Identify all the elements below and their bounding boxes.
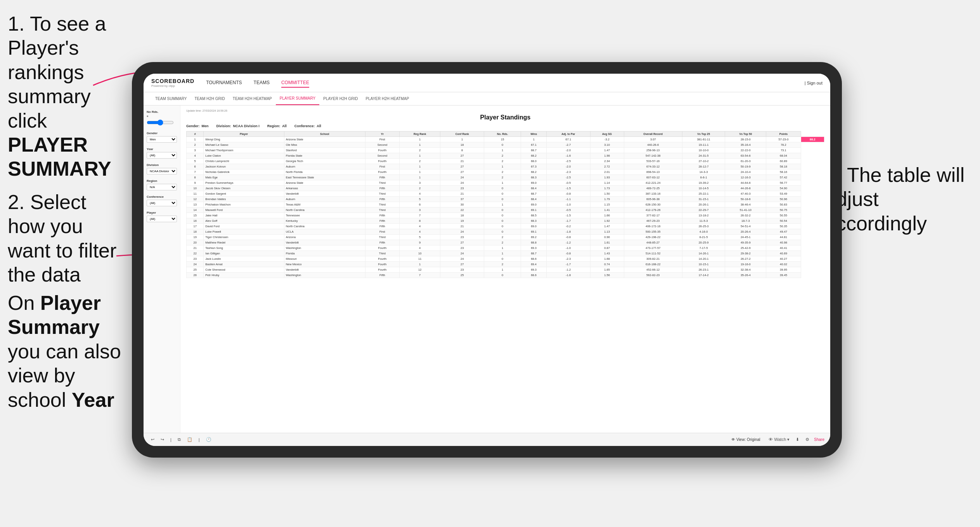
nav-teams[interactable]: TEAMS	[254, 78, 270, 88]
nav-committee[interactable]: COMMITTEE	[281, 78, 309, 88]
table-cell: 69.0	[521, 224, 547, 229]
table-row: 5Christo LamprechtGeorgia TechFourth2212…	[187, 159, 824, 164]
copy-btn[interactable]: ⧉	[176, 436, 182, 443]
table-cell: 68.2	[521, 153, 547, 159]
nav-tournaments[interactable]: TOURNAMENTS	[206, 78, 242, 88]
watch-btn[interactable]: 👁 Watch ▾	[767, 436, 791, 443]
table-cell: Third	[365, 191, 399, 197]
table-cell: 0	[484, 191, 521, 197]
table-cell: 68.4	[521, 197, 547, 202]
table-cell: 57.42	[766, 175, 801, 180]
table-row: 11Gordon SargentVanderbiltThird421068.7-…	[187, 191, 824, 197]
table-cell: Georgia Tech	[284, 159, 365, 164]
table-cell: Nicholas Gabrelcik	[204, 169, 284, 175]
share-btn[interactable]: Share	[814, 437, 824, 442]
paste-btn[interactable]: 📋	[185, 436, 194, 443]
subnav-player-h2h-grid[interactable]: PLAYER H2H GRID	[319, 92, 362, 105]
redo-btn[interactable]: ↪	[159, 436, 166, 443]
table-cell: -1.2	[547, 267, 590, 273]
undo-btn[interactable]: ↩	[149, 436, 156, 443]
table-cell: 2	[484, 262, 521, 267]
subnav-team-summary[interactable]: TEAM SUMMARY	[151, 92, 191, 105]
subnav-player-summary[interactable]: PLAYER SUMMARY	[276, 92, 319, 105]
subnav-player-h2h-heatmap[interactable]: PLAYER H2H HEATMAP	[362, 92, 413, 105]
player-summary-bold: Player Summary	[8, 292, 101, 338]
table-cell: Texas A&M	[284, 202, 365, 207]
table-cell: -3.2	[590, 137, 624, 142]
table-cell: 12	[187, 197, 204, 202]
table-cell: 22-22-0	[725, 148, 766, 153]
table-cell: Tennessee	[284, 213, 365, 218]
region-select[interactable]: N/A	[147, 184, 177, 190]
table-cell: 24	[187, 262, 204, 267]
subnav-team-h2h-grid[interactable]: TEAM H2H GRID	[191, 92, 229, 105]
table-cell: 50.35	[766, 224, 801, 229]
gender-select[interactable]: Men	[147, 136, 177, 143]
separator-2: |	[197, 437, 201, 443]
table-body: 1Wenyi DingArizona StateFirst1115167.1-3…	[187, 137, 824, 278]
nav-links: TOURNAMENTS TEAMS COMMITTEE	[206, 78, 805, 88]
table-cell: 67.1	[521, 142, 547, 148]
table-cell: 412-179-26	[624, 207, 682, 213]
table-row: 20Matthew RiedelVanderbiltFifth927268.8-…	[187, 240, 824, 245]
table-cell: 63-54-6	[725, 153, 766, 159]
settings-btn[interactable]: ⚙	[804, 436, 811, 443]
table-cell: Gordon Sargent	[204, 191, 284, 197]
table-cell: 1.65	[590, 267, 624, 273]
sign-out-link[interactable]: | Sign out	[805, 81, 822, 85]
table-cell: 17-14-2	[682, 273, 725, 278]
table-cell: 40.69	[766, 251, 801, 256]
year-select[interactable]: (All)	[147, 152, 177, 159]
table-filters-row: Gender: Men Division: NCAA Division I Re…	[186, 124, 824, 128]
table-cell: 2.01	[590, 169, 624, 175]
subnav-team-h2h-heatmap[interactable]: TEAM H2H HEATMAP	[229, 92, 276, 105]
main-content: No Rds. ■ Gender Men Year (All)	[144, 105, 830, 433]
col-wins: Wins	[521, 131, 547, 137]
table-cell: Alex Goff	[204, 218, 284, 224]
table-cell: Auburn	[284, 164, 365, 169]
table-cell: 13-18-2	[682, 213, 725, 218]
col-conf-rank: Conf Rank	[440, 131, 484, 137]
table-cell: Jackson Koivun	[204, 164, 284, 169]
table-row: 17David FordNorth CarolinaFifth421069.0-…	[187, 224, 824, 229]
table-cell: 0	[484, 256, 521, 262]
table-cell: 23	[187, 256, 204, 262]
conference-filter-label: Conference:	[294, 124, 315, 128]
table-cell: 1	[484, 180, 521, 186]
table-cell: 9	[399, 240, 440, 245]
table-cell: Fourth	[365, 256, 399, 262]
player-select[interactable]: (All)	[147, 216, 177, 222]
table-cell: 1	[484, 148, 521, 153]
table-cell: 19	[187, 235, 204, 240]
view-label[interactable]: 👁 View: Original	[731, 437, 760, 442]
table-cell: 7	[187, 169, 204, 175]
download-btn[interactable]: ⬇	[794, 436, 801, 443]
no-rds-slider[interactable]	[147, 119, 174, 126]
instruction-2-text: 2. Select how you want to filter the dat…	[8, 190, 124, 287]
table-cell: 7	[399, 273, 440, 278]
table-cell: 50.83	[766, 202, 801, 207]
table-cell: 23	[440, 235, 484, 240]
table-cell: 1	[399, 142, 440, 148]
table-cell: Preston Summerhays	[204, 180, 284, 186]
table-cell: 0	[484, 197, 521, 202]
table-header-row: # Player School Yr Reg Rank Conf Rank No…	[187, 131, 824, 137]
table-cell: 49-35-9	[725, 240, 766, 245]
update-time: Update time: 27/03/2024 16:56:26	[186, 109, 824, 112]
clock-btn[interactable]: 🕐	[204, 436, 213, 443]
tablet-body: SCOREBOARD Powered by clipp TOURNAMENTS …	[132, 62, 842, 458]
conference-select[interactable]: (All)	[147, 200, 177, 206]
table-cell: 27	[440, 240, 484, 245]
table-cell: 440-26-6	[624, 142, 682, 148]
gender-filter-value: Men	[202, 124, 209, 128]
filter-division: Division NCAA Division I	[147, 163, 177, 175]
table-cell: 22	[440, 207, 484, 213]
table-cell: 1	[440, 137, 484, 142]
division-select[interactable]: NCAA Division I	[147, 168, 177, 175]
table-cell: Second	[365, 153, 399, 159]
table-cell: Luke Powell	[204, 229, 284, 235]
table-cell: 1.15	[590, 202, 624, 207]
table-cell: 88.2	[801, 137, 824, 142]
table-cell: Arkansas	[284, 186, 365, 191]
table-cell: 18	[440, 213, 484, 218]
